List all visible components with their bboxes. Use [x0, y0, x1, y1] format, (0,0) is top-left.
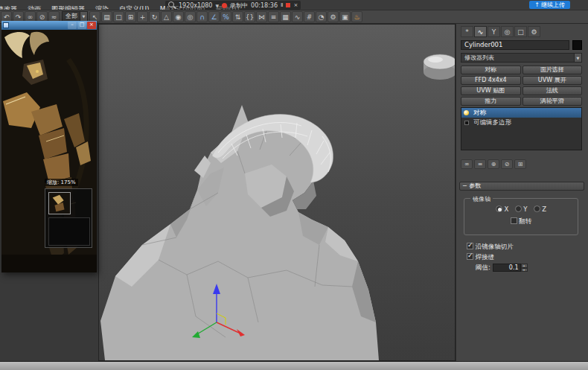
selection-filter-dropdown[interactable]: 全部▼	[62, 11, 88, 22]
threshold-label: 阈值:	[476, 264, 490, 271]
status-bar	[0, 361, 588, 370]
select-rotate-icon[interactable]: ↻	[149, 11, 160, 22]
window-crossing-icon[interactable]: ⊞	[125, 11, 136, 22]
parameters-rollout-header[interactable]: − 参数	[459, 182, 584, 191]
modifier-button-normal[interactable]: 法线	[523, 86, 583, 95]
rect-region-icon[interactable]: □	[113, 11, 124, 22]
mirror-icon[interactable]: ⋈	[256, 11, 267, 22]
tab-modify-icon[interactable]: ∿	[474, 26, 487, 37]
zoom-level-badge: 缩放: 175%	[45, 179, 78, 186]
threshold-spinner[interactable]: ▴▾	[521, 264, 528, 272]
slice-along-mirror-checkbox[interactable]	[467, 243, 473, 249]
snaps-toggle-icon[interactable]: ∩	[196, 11, 208, 22]
recorder-status: 录制中	[230, 1, 248, 10]
align-icon[interactable]: ≡	[268, 11, 279, 22]
maximize-icon[interactable]: □	[77, 22, 86, 29]
upload-arrow-icon: ↑	[534, 1, 540, 8]
select-scale-icon[interactable]: △	[161, 11, 172, 22]
configure-modifier-sets-icon[interactable]: ⊞	[514, 159, 526, 169]
tab-display-icon[interactable]: □	[514, 26, 527, 37]
modifier-button-unwrap-uvw[interactable]: UVW 展开	[523, 76, 583, 85]
recorder-time: 00:18:36	[251, 2, 278, 9]
upload-label: 继续上传	[541, 1, 565, 8]
spinner-down-icon[interactable]: ▾	[521, 268, 528, 272]
render-production-icon[interactable]: ♨	[351, 11, 362, 22]
stack-row-label: 可编辑多边形	[473, 118, 511, 126]
curve-editor-icon[interactable]: ∿	[292, 11, 303, 22]
object-name-field[interactable]: Cylinder001	[461, 40, 569, 50]
tab-utilities-icon[interactable]: ⚙	[528, 26, 540, 37]
flip-label: 翻转	[519, 217, 531, 225]
weld-seam-checkbox[interactable]	[467, 253, 473, 260]
pin-stack-icon[interactable]: ∞	[461, 159, 473, 169]
modifier-button-push[interactable]: 推力	[461, 97, 521, 106]
make-unique-icon[interactable]: ⊕	[488, 159, 499, 169]
menu-item-customize[interactable]: 自定义(U)	[114, 4, 155, 10]
pause-icon[interactable]: Ⅱ	[281, 1, 283, 9]
threshold-field[interactable]: 0.1	[493, 264, 521, 272]
axis-y-radio[interactable]	[515, 205, 522, 212]
layer-manager-icon[interactable]: ▦	[280, 11, 291, 22]
command-panel: *∿Y◎□⚙ Cylinder001 修改器列表 ▼ 对称 面片选择 FFD 4…	[456, 24, 588, 361]
remove-modifier-icon[interactable]: ⊘	[501, 159, 513, 169]
show-end-result-icon[interactable]: ≡	[474, 159, 486, 169]
recorder-resolution: 1920x1080	[179, 2, 212, 9]
tab-motion-icon[interactable]: ◎	[501, 26, 514, 37]
menu-item-rendering[interactable]: 渲染	[90, 4, 114, 10]
modifier-button-uvw-map[interactable]: UVW 贴图	[461, 86, 521, 95]
viewcube-icon[interactable]	[424, 54, 455, 80]
stack-row-symmetry[interactable]: 对称	[461, 108, 581, 118]
select-manipulate-icon[interactable]: ◎	[185, 11, 196, 22]
select-by-name-icon[interactable]: ▤	[101, 11, 112, 22]
record-icon[interactable]	[222, 3, 227, 8]
axis-x-radio[interactable]	[496, 205, 502, 212]
thumbnail-list[interactable]	[48, 217, 90, 246]
use-pivot-icon[interactable]: ◉	[173, 11, 184, 22]
menu-item-graph-editors[interactable]: 图形编辑器	[46, 4, 90, 10]
close-icon[interactable]: ×	[87, 22, 96, 29]
rendered-frame-icon[interactable]: ▣	[339, 11, 351, 22]
command-panel-tabs: *∿Y◎□⚙	[461, 26, 541, 37]
schematic-view-icon[interactable]: #	[304, 11, 315, 22]
menu-item-animation[interactable]: 动画	[22, 4, 46, 10]
selection-filter-value: 全部	[65, 13, 77, 19]
thumbnail-image[interactable]	[48, 192, 71, 214]
perspective-viewport[interactable]	[98, 24, 456, 361]
modifier-button-symmetry[interactable]: 对称	[461, 66, 521, 74]
object-color-swatch[interactable]	[572, 40, 582, 50]
image-window-titlebar[interactable]: × □ –	[1, 21, 97, 30]
tab-hierarchy-icon[interactable]: Y	[488, 26, 500, 37]
magnifier-icon	[168, 1, 176, 9]
percent-snap-icon[interactable]: %	[220, 11, 231, 22]
minimize-icon[interactable]: –	[68, 22, 77, 29]
slice-row: 沿镜像轴切片	[467, 243, 514, 252]
close-icon[interactable]: ×	[293, 1, 298, 9]
weld-row: 焊接缝	[467, 253, 494, 262]
chevron-down-icon[interactable]: ▼	[215, 3, 219, 8]
flip-checkbox[interactable]	[511, 217, 517, 224]
viewport-canvas	[99, 25, 455, 360]
menu-item-modifiers[interactable]: 修改器	[0, 4, 22, 10]
reference-image-window: × □ – 缩放: 175%	[1, 21, 97, 272]
named-sets-icon[interactable]: {}	[244, 11, 255, 22]
axis-z-label: Z	[542, 205, 546, 213]
rollout-title: 参数	[469, 182, 481, 189]
modifier-button-turbosmooth[interactable]: 涡轮平滑	[523, 97, 583, 106]
modifier-list-dropdown[interactable]: 修改器列表 ▼	[461, 53, 582, 63]
mirror-axis-group: 镜像轴 X Y Z 翻转	[464, 198, 578, 235]
select-move-icon[interactable]: +	[137, 11, 148, 22]
modifier-button-ffd4x4x4[interactable]: FFD 4x4x4	[461, 76, 521, 85]
material-editor-icon[interactable]: ◔	[316, 11, 327, 22]
tab-create-icon[interactable]: *	[461, 26, 473, 37]
modifier-button-patch-select[interactable]: 面片选择	[523, 66, 583, 74]
weld-label: 焊接缝	[476, 253, 495, 261]
axis-z-radio[interactable]	[534, 205, 540, 212]
stack-row-editable-poly[interactable]: 可编辑多边形	[461, 118, 581, 127]
spinner-snap-icon[interactable]: ⇅	[232, 11, 243, 22]
modifier-visibility-bulb-icon[interactable]	[464, 110, 469, 115]
upload-button[interactable]: ↑继续上传	[529, 1, 570, 9]
stop-icon[interactable]	[286, 3, 290, 7]
axis-radio-row: X Y Z	[464, 205, 578, 213]
angle-snap-icon[interactable]: ∠	[208, 11, 220, 22]
render-setup-icon[interactable]: ⚙	[327, 11, 339, 22]
